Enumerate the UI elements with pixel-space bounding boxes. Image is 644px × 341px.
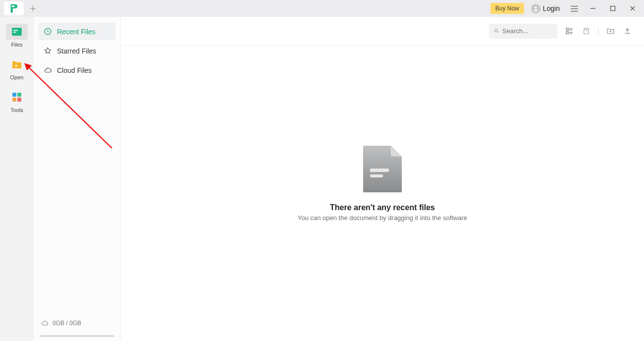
menu-button[interactable]: [567, 2, 582, 15]
template-button[interactable]: [581, 26, 591, 36]
upload-icon: [623, 27, 632, 35]
upload-button[interactable]: [622, 26, 632, 36]
login-button[interactable]: Login: [527, 3, 564, 14]
svg-rect-6: [12, 93, 16, 97]
cloud-icon: [41, 319, 49, 327]
minimize-button[interactable]: [585, 2, 601, 15]
search-icon: [494, 28, 499, 34]
empty-subtitle: You can open the document by dragging it…: [298, 214, 467, 222]
svg-rect-7: [17, 93, 21, 97]
search-input[interactable]: [502, 27, 552, 35]
template-icon: [582, 27, 590, 35]
svg-rect-0: [12, 5, 15, 7]
maximize-button[interactable]: [604, 2, 621, 15]
sidebar-item-starred-files[interactable]: Starred Files: [39, 42, 115, 59]
plus-icon: [30, 5, 36, 12]
close-icon: [629, 5, 636, 12]
left-rail: Files Open: [0, 17, 34, 341]
rail-item-tools[interactable]: Tools: [4, 89, 30, 113]
empty-title: There aren't any recent files: [330, 203, 435, 212]
sidebar-item-recent-files[interactable]: Recent Files: [39, 23, 115, 40]
sidebar: Recent Files Starred Files Cloud Files 0…: [34, 17, 121, 341]
app-logo-tab[interactable]: [4, 1, 24, 15]
new-folder-button[interactable]: [605, 26, 615, 36]
login-label: Login: [543, 4, 560, 12]
hamburger-icon: [571, 5, 578, 12]
view-list-button[interactable]: [564, 26, 574, 36]
titlebar-right: Buy Now Login: [490, 2, 641, 15]
empty-state: There aren't any recent files You can op…: [121, 36, 644, 331]
close-button[interactable]: [624, 2, 641, 15]
sidebar-item-label: Recent Files: [57, 28, 96, 36]
storage-text: 0GB / 0GB: [53, 320, 81, 327]
star-icon: [44, 47, 52, 55]
svg-rect-4: [13, 30, 18, 31]
clock-icon: [44, 27, 52, 36]
rail-label: Tools: [10, 107, 23, 113]
avatar-icon: [531, 4, 540, 13]
svg-rect-2: [611, 6, 615, 11]
empty-document-icon: [363, 146, 402, 192]
buy-now-button[interactable]: Buy Now: [490, 3, 524, 14]
maximize-icon: [609, 5, 616, 12]
list-view-icon: [565, 27, 574, 35]
titlebar: Buy Now Login: [0, 0, 644, 17]
svg-rect-5: [13, 32, 16, 33]
app-logo-icon: [9, 3, 18, 13]
sidebar-item-label: Starred Files: [57, 47, 96, 55]
svg-rect-8: [12, 98, 16, 102]
main-area: There aren't any recent files You can op…: [121, 17, 644, 341]
svg-point-1: [535, 6, 537, 8]
minimize-icon: [590, 5, 596, 12]
sidebar-item-cloud-files[interactable]: Cloud Files: [39, 61, 115, 79]
rail-label: Open: [10, 74, 24, 80]
rail-item-files[interactable]: Files: [4, 24, 30, 48]
svg-rect-12: [566, 28, 568, 30]
tools-grid-icon: [12, 92, 22, 102]
cloud-icon: [44, 66, 52, 74]
add-folder-icon: [606, 27, 615, 35]
open-folder-icon: [12, 60, 22, 69]
rail-item-open[interactable]: Open: [4, 57, 30, 80]
storage-indicator: 0GB / 0GB: [34, 314, 120, 335]
separator: [598, 27, 598, 36]
svg-rect-9: [17, 98, 21, 102]
svg-point-11: [495, 29, 498, 32]
titlebar-left: [0, 0, 40, 17]
new-tab-button[interactable]: [26, 1, 40, 15]
svg-rect-13: [566, 32, 568, 34]
files-icon: [11, 27, 22, 36]
rail-label: Files: [11, 42, 22, 48]
sidebar-item-label: Cloud Files: [57, 66, 92, 74]
